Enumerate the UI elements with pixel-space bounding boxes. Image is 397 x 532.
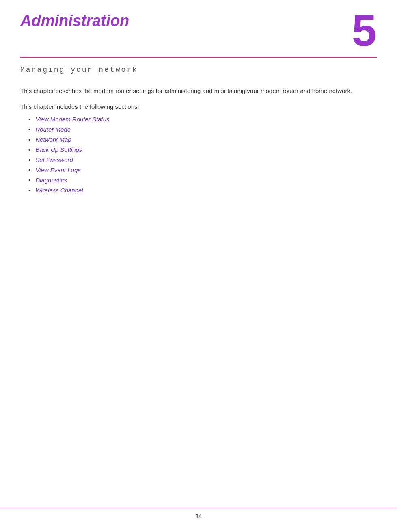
chapter-number: 5 <box>352 8 377 53</box>
section-link[interactable]: Back Up Settings <box>35 146 82 153</box>
section-link[interactable]: Network Map <box>35 136 71 143</box>
bullet-icon: • <box>28 167 30 173</box>
bullet-icon: • <box>28 116 30 123</box>
header-left: Administration <box>20 12 129 30</box>
page-container: Administration 5 Managing your network T… <box>0 0 397 532</box>
bullet-icon: • <box>28 146 30 153</box>
intro-paragraph1: This chapter describes the modem router … <box>20 86 377 96</box>
section-link[interactable]: View Modem Router Status <box>35 116 109 123</box>
list-item: •Diagnostics <box>20 177 377 184</box>
section-link[interactable]: View Event Logs <box>35 167 80 173</box>
bullet-icon: • <box>28 126 30 133</box>
list-item: •Network Map <box>20 136 377 143</box>
section-link[interactable]: Diagnostics <box>35 177 67 184</box>
section-link[interactable]: Router Mode <box>35 126 71 133</box>
sections-list: •View Modem Router Status•Router Mode•Ne… <box>20 116 377 194</box>
bullet-icon: • <box>28 177 30 184</box>
sections-intro: This chapter includes the following sect… <box>20 102 377 112</box>
section-link[interactable]: Wireless Channel <box>35 187 83 194</box>
chapter-title: Administration <box>20 12 129 30</box>
bullet-icon: • <box>28 187 30 194</box>
page-footer: 34 <box>0 508 397 520</box>
bullet-icon: • <box>28 156 30 163</box>
list-item: •Router Mode <box>20 126 377 133</box>
list-item: •Wireless Channel <box>20 187 377 194</box>
list-item: •Set Password <box>20 156 377 163</box>
section-link[interactable]: Set Password <box>35 156 73 163</box>
bullet-icon: • <box>28 136 30 143</box>
chapter-header: Administration 5 <box>20 12 377 58</box>
list-item: •Back Up Settings <box>20 146 377 153</box>
list-item: •View Event Logs <box>20 167 377 173</box>
list-item: •View Modem Router Status <box>20 116 377 123</box>
page-number: 34 <box>195 513 202 519</box>
chapter-subtitle: Managing your network <box>20 66 377 74</box>
